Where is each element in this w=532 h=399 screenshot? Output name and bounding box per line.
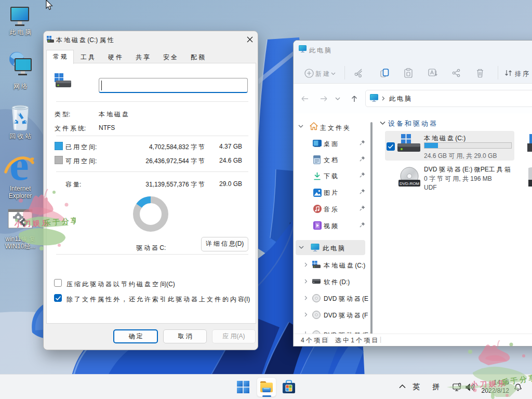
svg-text:DVD-ROM: DVD-ROM <box>400 181 420 186</box>
